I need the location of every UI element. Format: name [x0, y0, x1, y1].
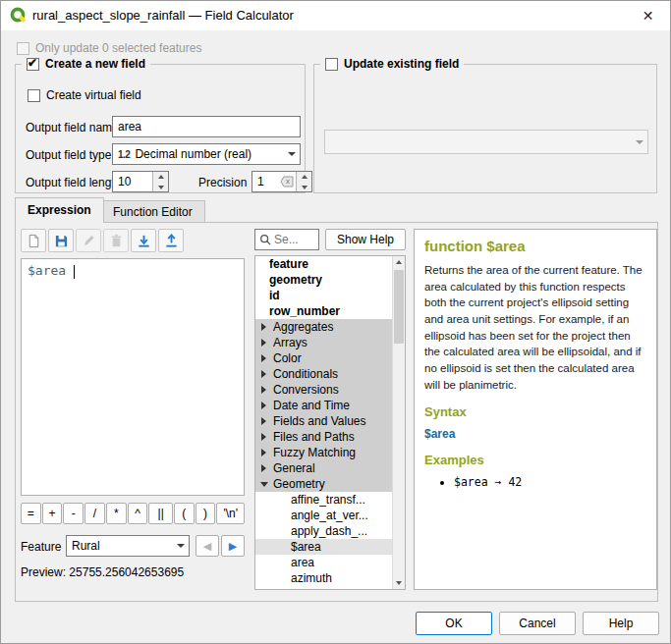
function-group-files-and-paths[interactable]: Files and Paths	[255, 429, 405, 445]
function-group-general[interactable]: General	[255, 460, 405, 476]
function-item-affine-transform[interactable]: affine_transf...	[255, 492, 405, 508]
tab-expression-label: Expression	[28, 203, 91, 217]
import-arrow-icon	[137, 234, 151, 248]
spin-down-icon[interactable]	[297, 182, 311, 191]
op-close-paren-button[interactable]: )	[196, 503, 216, 524]
op-divide-button[interactable]: /	[84, 503, 105, 524]
export-expressions-button[interactable]	[158, 229, 184, 252]
ok-button[interactable]: OK	[416, 612, 492, 635]
create-new-field-checkbox[interactable]: Create a new field	[22, 57, 150, 71]
function-item-angle-at-vertex[interactable]: angle_at_ver...	[255, 508, 405, 523]
op-multiply-button[interactable]: *	[106, 503, 127, 524]
function-search[interactable]	[254, 229, 319, 250]
help-examples-heading: Examples	[424, 453, 646, 467]
only-update-label: Only update 0 selected features	[35, 41, 201, 55]
expression-text: $area	[28, 263, 66, 278]
import-expressions-button[interactable]	[131, 229, 156, 252]
preview-row: Preview: 25755.256042653695	[21, 565, 184, 579]
output-field-type-combo[interactable]: 1.2 Decimal number (real)	[112, 143, 301, 165]
export-arrow-icon	[164, 234, 179, 248]
op-open-paren-button[interactable]: (	[174, 503, 195, 524]
search-icon	[259, 234, 271, 245]
help-syntax-heading: Syntax	[424, 404, 646, 419]
op-newline-button[interactable]: '\n'	[216, 503, 245, 524]
precision-value: 1	[257, 172, 264, 191]
update-existing-field-checkbox[interactable]: Update existing field	[320, 57, 464, 71]
function-item-row-number[interactable]: row_number	[255, 303, 405, 319]
op-plus-button[interactable]: +	[42, 503, 63, 524]
op-equal-button[interactable]: =	[21, 503, 41, 524]
function-item-boundary[interactable]: boundary	[255, 586, 405, 590]
scroll-down-icon[interactable]	[393, 576, 405, 589]
search-input[interactable]	[274, 233, 311, 246]
trash-icon	[109, 234, 124, 248]
function-list: feature geometry id row_number Aggregate…	[254, 255, 406, 590]
function-item-area-variable[interactable]: $area	[255, 539, 405, 555]
help-button[interactable]: Help	[583, 612, 659, 635]
create-virtual-field-checkbox[interactable]: Create virtual field	[28, 88, 141, 102]
function-item-feature[interactable]: feature	[255, 256, 405, 272]
function-item-id[interactable]: id	[255, 288, 405, 303]
checkbox-icon	[325, 58, 338, 71]
chevron-down-icon	[631, 131, 647, 153]
checkbox-icon	[17, 42, 29, 55]
only-update-checkbox[interactable]: Only update 0 selected features	[17, 41, 201, 55]
window-title: rural_aspect_slope_rainfall — Field Calc…	[32, 1, 294, 30]
function-group-arrays[interactable]: Arrays	[255, 335, 405, 350]
precision-label: Precision	[198, 176, 247, 189]
existing-field-combo	[324, 130, 648, 154]
op-concat-button[interactable]: ||	[148, 503, 173, 524]
cancel-button[interactable]: Cancel	[499, 612, 576, 635]
feature-value: Rural	[72, 539, 100, 553]
function-group-conversions[interactable]: Conversions	[255, 382, 405, 398]
op-power-button[interactable]: ^	[128, 503, 148, 524]
function-group-aggregates[interactable]: Aggregates	[255, 319, 405, 335]
text-cursor	[74, 265, 75, 279]
output-field-type-value: Decimal number (real)	[135, 147, 252, 161]
help-example-list: $area → 42	[454, 475, 646, 489]
function-group-fuzzy-matching[interactable]: Fuzzy Matching	[255, 445, 405, 460]
clear-value-icon[interactable]	[280, 176, 294, 188]
save-icon	[54, 234, 69, 248]
spin-up-icon[interactable]	[153, 172, 168, 182]
scrollbar-thumb[interactable]	[394, 270, 404, 344]
spinner-arrows[interactable]	[152, 172, 168, 191]
close-icon[interactable]: ✕	[626, 1, 670, 30]
update-existing-field-group: Update existing field	[313, 64, 657, 193]
tab-expression[interactable]: Expression	[15, 197, 104, 223]
scroll-up-icon[interactable]	[393, 256, 405, 269]
show-help-button[interactable]: Show Help	[325, 229, 406, 250]
next-feature-button[interactable]: ▶	[221, 535, 245, 557]
tab-function-editor[interactable]: Function Editor	[100, 200, 205, 222]
operator-buttons: = + - / * ^ || ( ) '\n'	[21, 503, 245, 524]
function-item-area[interactable]: area	[255, 555, 405, 570]
checkbox-checked-icon	[27, 58, 39, 71]
feature-combo[interactable]: Rural	[66, 535, 190, 557]
function-item-azimuth[interactable]: azimuth	[255, 570, 405, 586]
field-calculator-dialog: rural_aspect_slope_rainfall — Field Calc…	[0, 0, 671, 644]
help-description: Returns the area of the current feature.…	[424, 262, 646, 393]
delete-expression-button	[103, 229, 129, 252]
precision-spinner[interactable]: 1	[252, 171, 312, 192]
function-group-date-and-time[interactable]: Date and Time	[255, 398, 405, 413]
function-item-apply-dash-pattern[interactable]: apply_dash_...	[255, 523, 405, 539]
function-group-geometry[interactable]: Geometry	[255, 476, 405, 492]
new-expression-button[interactable]	[21, 229, 46, 252]
spin-down-icon[interactable]	[153, 182, 168, 191]
output-field-length-spinner[interactable]: 10	[112, 171, 169, 192]
expression-editor[interactable]: $area	[21, 258, 245, 496]
op-minus-button[interactable]: -	[63, 503, 84, 524]
function-item-geometry[interactable]: geometry	[255, 272, 405, 288]
function-group-conditionals[interactable]: Conditionals	[255, 366, 405, 382]
update-existing-field-label: Update existing field	[344, 57, 459, 71]
save-expression-button[interactable]	[48, 229, 74, 252]
spinner-arrows[interactable]	[296, 172, 311, 191]
output-field-name-input[interactable]	[112, 116, 301, 137]
create-new-field-group: Create a new field Create virtual field …	[15, 64, 306, 193]
function-group-fields-and-values[interactable]: Fields and Values	[255, 413, 405, 429]
function-group-color[interactable]: Color	[255, 350, 405, 366]
help-title: function $area	[424, 238, 646, 254]
spin-up-icon[interactable]	[297, 172, 311, 182]
function-list-scrollbar[interactable]	[392, 256, 405, 589]
help-example-item: $area → 42	[454, 475, 646, 489]
